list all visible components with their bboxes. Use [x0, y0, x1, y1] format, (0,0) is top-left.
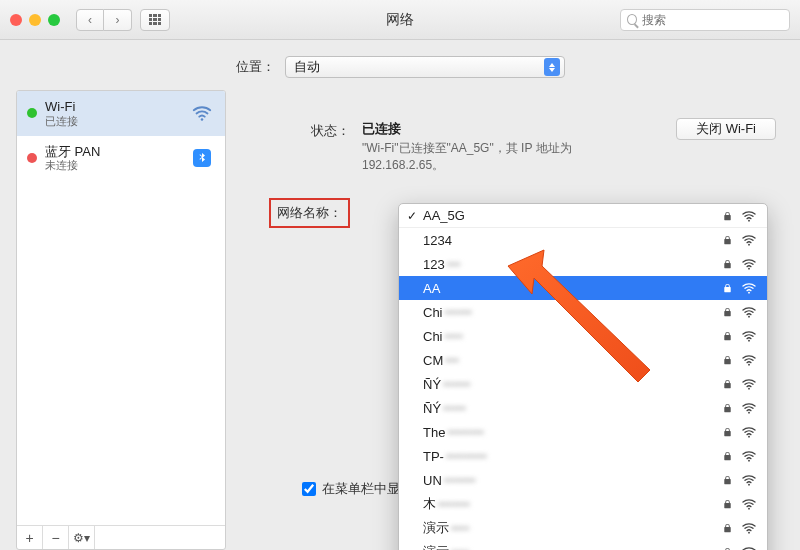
wifi-option-name: 1234 [423, 233, 452, 248]
wifi-signal-icon [741, 376, 757, 392]
traffic-lights [10, 14, 60, 26]
svg-point-0 [201, 119, 204, 122]
wifi-signal-icon [741, 424, 757, 440]
lock-icon [722, 330, 733, 342]
wifi-option[interactable]: ÑÝ•••••• [399, 372, 767, 396]
lock-icon [722, 282, 733, 294]
wifi-option[interactable]: Chi•••• [399, 324, 767, 348]
gear-icon: ⚙︎ [73, 531, 84, 545]
search-field[interactable] [620, 9, 790, 31]
wifi-option-name: Chi [423, 329, 443, 344]
wifi-signal-icon [741, 352, 757, 368]
location-value: 自动 [294, 58, 320, 76]
grid-icon [149, 14, 161, 26]
wifi-option[interactable]: 演示•••• [399, 516, 767, 540]
search-input[interactable] [642, 13, 783, 27]
svg-point-12 [748, 484, 750, 486]
status-label: 状态： [240, 120, 350, 174]
sidebar-gear-button[interactable]: ⚙︎▾ [69, 526, 95, 549]
wifi-option-name: ÑÝ [423, 377, 441, 392]
wifi-icon [189, 102, 215, 124]
wifi-option[interactable]: AA [399, 276, 767, 300]
status-description: "Wi-Fi"已连接至"AA_5G"，其 IP 地址为 192.168.2.65… [362, 140, 642, 174]
show-all-button[interactable] [140, 9, 170, 31]
wifi-option[interactable]: TP-••••••••• [399, 444, 767, 468]
service-status: 未连接 [45, 159, 181, 172]
wifi-option-obscured: •••• [445, 329, 463, 344]
close-window-button[interactable] [10, 14, 22, 26]
location-label: 位置： [236, 58, 275, 76]
select-stepper-icon [544, 58, 560, 76]
network-name-dropdown[interactable]: ✓AA_5G1234123•••AAChi••••••Chi••••CM•••Ñ… [398, 203, 768, 550]
nav-buttons: ‹ › [76, 9, 132, 31]
wifi-option-name: UN [423, 473, 442, 488]
back-button[interactable]: ‹ [76, 9, 104, 31]
detail-pane: 关闭 Wi-Fi 状态： 已连接 "Wi-Fi"已连接至"AA_5G"，其 IP… [240, 90, 784, 550]
svg-point-5 [748, 316, 750, 318]
wifi-option[interactable]: 木••••••• [399, 492, 767, 516]
lock-icon [722, 378, 733, 390]
wifi-option[interactable]: 1234 [399, 228, 767, 252]
lock-icon [722, 546, 733, 550]
location-row: 位置： 自动 [0, 40, 800, 90]
wifi-option-name: The [423, 425, 445, 440]
lock-icon [722, 306, 733, 318]
bluetooth-icon [193, 149, 211, 167]
wifi-option[interactable]: CM••• [399, 348, 767, 372]
wifi-option-obscured: •••••••• [447, 425, 483, 440]
zoom-window-button[interactable] [48, 14, 60, 26]
sidebar-footer: + − ⚙︎▾ [17, 525, 225, 549]
wifi-option[interactable]: UN••••••• [399, 468, 767, 492]
forward-button[interactable]: › [104, 9, 132, 31]
wifi-option-obscured: •••••• [445, 305, 472, 320]
lock-icon [722, 234, 733, 246]
wifi-option-obscured: ••• [447, 257, 461, 272]
wifi-option-name: 123 [423, 257, 445, 272]
wifi-signal-icon [741, 472, 757, 488]
sidebar-item-蓝牙-pan[interactable]: 蓝牙 PAN未连接 [17, 136, 225, 181]
search-icon [627, 14, 637, 25]
wifi-signal-icon [741, 448, 757, 464]
minimize-window-button[interactable] [29, 14, 41, 26]
network-name-label: 网络名称： [269, 198, 350, 228]
lock-icon [722, 522, 733, 534]
wifi-option[interactable]: Chi•••••• [399, 300, 767, 324]
wifi-option-obscured: ••••••• [438, 497, 470, 512]
window-titlebar: ‹ › 网络 [0, 0, 800, 40]
wifi-option[interactable]: 123••• [399, 252, 767, 276]
svg-point-1 [748, 219, 750, 221]
show-in-menubar-checkbox[interactable] [302, 482, 316, 496]
lock-icon [722, 402, 733, 414]
svg-point-6 [748, 340, 750, 342]
service-status: 已连接 [45, 115, 181, 128]
remove-service-button[interactable]: − [43, 526, 69, 549]
wifi-signal-icon [741, 544, 757, 550]
wifi-option[interactable]: ÑÝ••••• [399, 396, 767, 420]
lock-icon [722, 450, 733, 462]
status-dot [27, 108, 37, 118]
wifi-signal-icon [741, 256, 757, 272]
lock-icon [722, 498, 733, 510]
wifi-option-name: AA [423, 281, 440, 296]
location-select[interactable]: 自动 [285, 56, 565, 78]
add-service-button[interactable]: + [17, 526, 43, 549]
wifi-option-name: ÑÝ [423, 401, 441, 416]
lock-icon [722, 474, 733, 486]
wifi-option[interactable]: ✓AA_5G [399, 204, 767, 228]
wifi-option[interactable]: 演示•••• [399, 540, 767, 550]
wifi-option-name: TP- [423, 449, 444, 464]
wifi-signal-icon [741, 304, 757, 320]
wifi-option-obscured: ••••••••• [446, 449, 487, 464]
wifi-signal-icon [741, 496, 757, 512]
turn-off-wifi-button[interactable]: 关闭 Wi-Fi [676, 118, 776, 140]
svg-point-7 [748, 364, 750, 366]
svg-point-3 [748, 268, 750, 270]
sidebar-item-wi-fi[interactable]: Wi-Fi已连接 [17, 91, 225, 136]
wifi-option[interactable]: The•••••••• [399, 420, 767, 444]
wifi-signal-icon [741, 208, 757, 224]
lock-icon [722, 426, 733, 438]
wifi-signal-icon [741, 520, 757, 536]
wifi-option-obscured: •••••• [443, 377, 470, 392]
svg-point-9 [748, 412, 750, 414]
wifi-option-obscured: •••• [451, 545, 469, 551]
